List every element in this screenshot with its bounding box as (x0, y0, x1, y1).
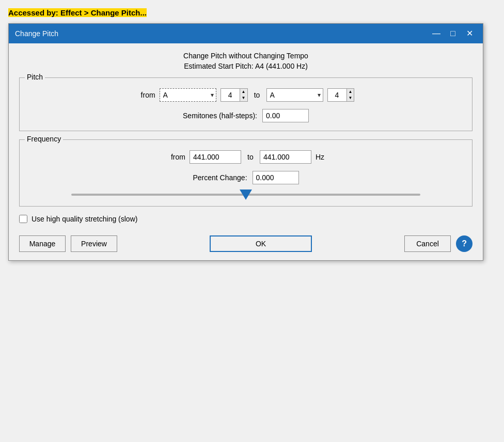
pitch-from-octave-buttons: ▲ ▼ (240, 89, 247, 101)
pitch-to-octave-input[interactable] (328, 89, 346, 101)
pitch-row: from CC#DD# EFF#G G#AA#B ▲ ▼ to (28, 88, 464, 102)
manage-button[interactable]: Manage (19, 235, 66, 252)
high-quality-checkbox[interactable] (19, 215, 27, 223)
title-bar-controls: — □ ✕ (429, 27, 477, 40)
dialog-body: Change Pitch without Changing Tempo Esti… (9, 43, 483, 260)
pitch-from-note-dropdown[interactable]: CC#DD# EFF#G G#AA#B (160, 88, 216, 102)
pitch-to-octave-up[interactable]: ▲ (347, 89, 354, 95)
help-button[interactable]: ? (456, 235, 472, 252)
semitones-input[interactable] (262, 109, 309, 122)
pitch-to-octave-buttons: ▲ ▼ (346, 89, 354, 101)
high-quality-label[interactable]: Use high quality stretching (slow) (32, 215, 137, 223)
pitch-from-octave-down[interactable]: ▼ (240, 95, 247, 101)
preview-button[interactable]: Preview (71, 235, 117, 252)
close-button[interactable]: ✕ (462, 27, 477, 40)
frequency-row: from to Hz (28, 150, 464, 164)
dialog-title: Change Pitch (15, 29, 58, 38)
slider-thumb[interactable] (240, 190, 252, 200)
hz-label: Hz (316, 153, 324, 161)
semitones-label: Semitones (half-steps): (183, 112, 257, 120)
frequency-group: Frequency from to Hz Percent Change: (19, 139, 472, 207)
pitch-from-note-wrapper: CC#DD# EFF#G G#AA#B (160, 88, 216, 102)
accessed-by-highlight: Effect > Change Pitch... (60, 8, 147, 17)
pitch-to-label: to (252, 91, 262, 99)
pitch-group-label: Pitch (25, 73, 45, 81)
semitones-row: Semitones (half-steps): (28, 109, 464, 122)
button-row: Manage Preview OK Cancel ? (19, 231, 472, 252)
minimize-button[interactable]: — (429, 27, 444, 40)
dialog-header-line2: Estimated Start Pitch: A4 (441.000 Hz) (19, 62, 472, 70)
pitch-to-octave-down[interactable]: ▼ (347, 95, 354, 101)
freq-from-label: from (167, 153, 185, 161)
accessed-by-label: Accessed by: Effect > Change Pitch... (8, 8, 496, 17)
freq-from-input[interactable] (190, 150, 241, 164)
cancel-button[interactable]: Cancel (404, 235, 451, 252)
title-bar: Change Pitch — □ ✕ (9, 24, 483, 43)
pitch-from-octave-up[interactable]: ▲ (240, 89, 247, 95)
pitch-to-note-dropdown[interactable]: CC#DD# EFF#G G#AA#B (266, 88, 323, 102)
checkbox-row: Use high quality stretching (slow) (19, 215, 472, 223)
slider-track[interactable] (71, 194, 420, 196)
freq-to-label: to (245, 153, 256, 161)
freq-to-input[interactable] (260, 150, 311, 164)
accessed-by-prefix: Accessed by: (8, 8, 60, 17)
percent-change-row: Percent Change: (28, 171, 464, 184)
change-pitch-dialog: Change Pitch — □ ✕ Change Pitch without … (8, 23, 483, 261)
pitch-to-note-wrapper: CC#DD# EFF#G G#AA#B (266, 88, 323, 102)
percent-change-input[interactable] (253, 171, 299, 184)
pitch-from-label: from (137, 91, 155, 99)
pitch-to-octave-spinbox: ▲ ▼ (327, 88, 355, 102)
pitch-from-octave-spinbox: ▲ ▼ (220, 88, 248, 102)
frequency-group-label: Frequency (25, 135, 63, 143)
pitch-from-octave-input[interactable] (221, 89, 240, 101)
dialog-header-line1: Change Pitch without Changing Tempo (19, 52, 472, 60)
restore-button[interactable]: □ (446, 27, 460, 40)
ok-button[interactable]: OK (210, 235, 312, 252)
slider-area (28, 190, 464, 198)
percent-change-label: Percent Change: (193, 173, 247, 182)
pitch-group: Pitch from CC#DD# EFF#G G#AA#B ▲ ▼ (19, 77, 472, 131)
